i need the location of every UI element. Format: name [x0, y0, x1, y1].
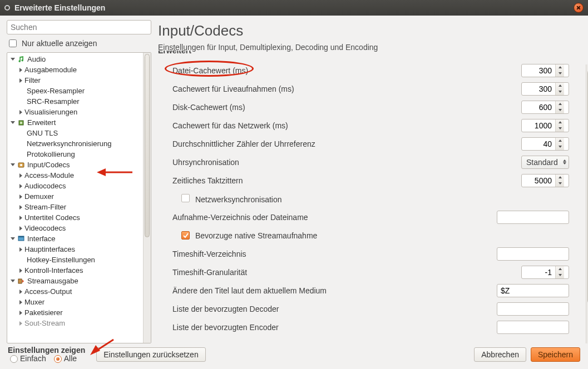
timeshift-verz-label: Timeshift-Verzeichnis [158, 250, 497, 258]
tree-item-sout-stream[interactable]: Sout-Stream [7, 318, 143, 328]
window-title: Erweiterte Einstellungen [14, 3, 105, 12]
disk-cachewert-label: Disk-Cachewert (ms) [158, 103, 521, 112]
radio-all[interactable] [54, 355, 62, 363]
disk-cachewert-input[interactable] [521, 101, 569, 114]
tree-item-untertitel-codecs[interactable]: Untertitel Codecs [7, 212, 143, 223]
tree-item-ausgabemodule[interactable]: Ausgabemodule [7, 64, 143, 75]
save-button[interactable]: Speichern [531, 347, 580, 362]
timeshift-gran-label: Timeshift-Granularität [158, 268, 521, 277]
tree-item-audio[interactable]: Audio [7, 54, 143, 64]
uhrsync-select[interactable]: Standard [521, 156, 569, 169]
svg-point-3 [20, 164, 22, 166]
live-cachewert-label: Cachewert für Liveaufnahmen (ms) [158, 84, 521, 93]
uhr-zaehler-label: Durchschnittlicher Zähler der Uhrreferen… [158, 139, 521, 148]
tree-item-streamausgabe[interactable]: Streamausgabe [7, 276, 143, 286]
tree-item-paketisierer[interactable]: Paketisierer [7, 307, 143, 318]
tree-item-videocodecs[interactable]: Videocodecs [7, 223, 143, 233]
close-icon[interactable] [574, 3, 584, 13]
live-cachewert-input[interactable] [521, 82, 569, 96]
only-current-checkbox[interactable]: Nur aktuelle anzeigen [7, 38, 151, 49]
radio-simple-label: Einfach [20, 355, 46, 363]
search-input[interactable] [7, 20, 151, 34]
tree-item-netzwerksync[interactable]: Netzwerksynchronisierung [7, 138, 143, 149]
spinner-icon[interactable] [555, 83, 564, 95]
reset-button[interactable]: Einstellungen zurücksetzen [96, 347, 205, 362]
uhrsync-label: Uhrsynchronisation [158, 158, 521, 167]
tree-item-input-codecs[interactable]: Input/Codecs [7, 159, 143, 170]
datei-cachewert-input[interactable] [521, 64, 569, 77]
tree-item-access-module[interactable]: Access-Module [7, 170, 143, 181]
bottom-bar: Einstellungen zeigen Einfach Alle Einste… [0, 343, 588, 366]
netz-cachewert-input[interactable] [521, 119, 569, 132]
taktzittern-label: Zeitliches Taktzittern [158, 176, 521, 185]
tree-item-filter[interactable]: Filter [7, 75, 143, 86]
titel-label: Ändere den Titel laut dem aktuellem Medi… [158, 286, 497, 295]
only-current-label: Nur aktuelle anzeigen [22, 39, 97, 48]
spinner-icon[interactable] [555, 64, 564, 77]
tree-item-muxer[interactable]: Muxer [7, 297, 143, 307]
cancel-button[interactable]: Abbrechen [474, 347, 526, 362]
tree-item-hotkey[interactable]: Hotkey-Einstellungen [7, 255, 143, 265]
tree-item-erweitert[interactable]: Erweitert [7, 117, 143, 128]
tree-item-hauptinterfaces[interactable]: Hauptinterfaces [7, 244, 143, 255]
select-spinner-icon [563, 159, 566, 164]
settings-scrollbar[interactable] [586, 64, 588, 343]
netz-cachewert-label: Cachewert für das Netzwerk (ms) [158, 121, 521, 130]
spinner-icon[interactable] [555, 138, 564, 150]
bevorzugte-encoder-label: Liste der bevorzugten Encoder [158, 323, 497, 332]
timeshift-gran-input[interactable] [521, 266, 569, 279]
datei-cachewert-label: Datei-Cachewert (ms) [158, 66, 521, 75]
uhr-zaehler-input[interactable] [521, 137, 569, 151]
tree-item-interface[interactable]: Interface [7, 233, 143, 244]
spinner-icon[interactable] [555, 266, 564, 278]
native-stream-checkbox[interactable]: Bevorzuge native Streamaufnahme [158, 231, 569, 240]
radio-simple[interactable] [10, 355, 18, 363]
tree-scrollbar[interactable] [143, 53, 151, 343]
settings-panel: Datei-Cachewert (ms) Cachewert für Livea… [158, 61, 569, 343]
bevorzugte-encoder-input[interactable] [497, 321, 569, 334]
tree-scrollbar-thumb[interactable] [145, 54, 150, 237]
tree-item-demuxer[interactable]: Demuxer [7, 191, 143, 202]
tree-item-stream-filter[interactable]: Stream-Filter [7, 202, 143, 212]
titel-input[interactable] [497, 284, 569, 297]
timeshift-verz-input[interactable] [497, 247, 569, 261]
tree-item-gnutls[interactable]: GNU TLS [7, 128, 143, 138]
interface-icon [17, 235, 25, 243]
tree-item-src-resampler[interactable]: SRC-Resampler [7, 96, 143, 107]
svg-rect-5 [18, 236, 24, 237]
only-current-checkbox-input[interactable] [9, 39, 17, 47]
bevorzugte-decoder-label: Liste der bevorzugten Decoder [158, 305, 497, 313]
music-icon [17, 56, 25, 63]
aufnahme-verz-input[interactable] [497, 211, 569, 224]
show-settings-label: Einstellungen zeigen [8, 346, 85, 355]
stream-out-icon [17, 277, 25, 285]
page-title: Input/Codecs [158, 22, 569, 39]
aufnahme-verz-label: Aufnahme-Verzeichnis oder Dateiname [158, 213, 497, 222]
spinner-icon[interactable] [555, 119, 564, 132]
settings-tree[interactable]: Audio Ausgabemodule Filter Speex-Resampl… [7, 53, 143, 343]
app-menu-icon[interactable] [4, 5, 10, 11]
bevorzugte-decoder-input[interactable] [497, 302, 569, 316]
title-bar: Erweiterte Einstellungen [0, 0, 588, 16]
svg-rect-1 [20, 122, 22, 124]
section-erweitert-label: Erweitert [158, 51, 569, 58]
spinner-icon[interactable] [555, 174, 564, 187]
svg-rect-6 [18, 279, 22, 283]
tree-item-protokollierung[interactable]: Protokollierung [7, 149, 143, 159]
tree-item-kontroll[interactable]: Kontroll-Interfaces [7, 265, 143, 276]
tree-item-visualisierungen[interactable]: Visualisierungen [7, 107, 143, 117]
tree-item-access-output[interactable]: Access-Output [7, 286, 143, 297]
tree-item-speex[interactable]: Speex-Resampler [7, 86, 143, 96]
spinner-icon[interactable] [555, 101, 564, 113]
codec-icon [17, 161, 25, 169]
chip-icon [17, 119, 25, 127]
netzsync-checkbox[interactable]: Netzwerksynchronisation [158, 194, 569, 204]
taktzittern-input[interactable] [521, 174, 569, 187]
radio-all-label: Alle [64, 355, 77, 363]
tree-item-audiocodecs[interactable]: Audiocodecs [7, 181, 143, 191]
